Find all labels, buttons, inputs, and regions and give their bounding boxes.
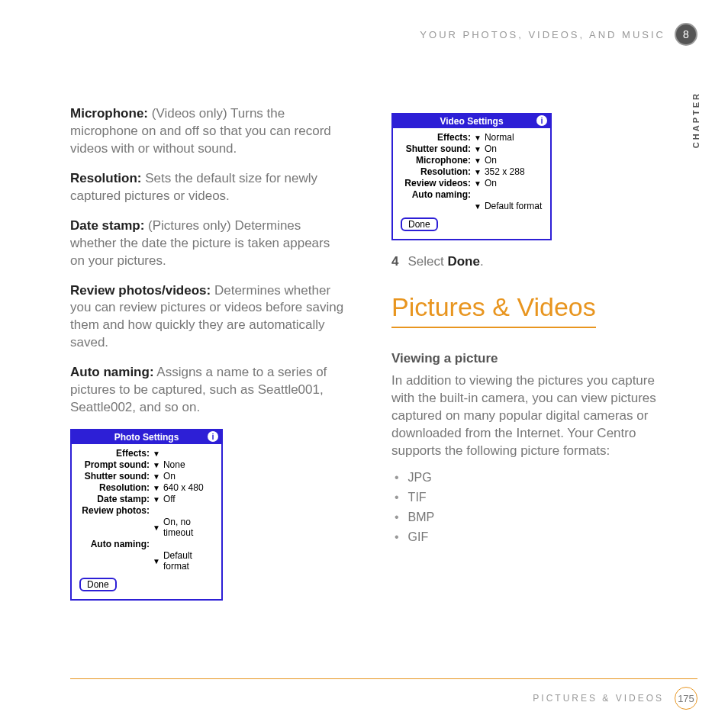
chevron-down-icon: ▼ <box>474 179 482 188</box>
para-auto-naming: Auto naming: Assigns a name to a series … <box>70 364 346 417</box>
row-date-stamp[interactable]: Date stamp:▼Off <box>76 494 217 504</box>
done-button[interactable]: Done <box>79 578 117 591</box>
page-header: YOUR PHOTOS, VIDEOS, AND MUSIC 8 <box>420 23 697 46</box>
content-columns: Microphone: (Videos only) Turns the micr… <box>70 105 667 601</box>
row-effects[interactable]: Effects:▼ <box>76 448 217 459</box>
video-settings-panel: Video Settings i Effects:▼Normal Shutter… <box>391 113 552 240</box>
chevron-down-icon: ▼ <box>474 145 482 153</box>
list-item: TIF <box>395 491 667 504</box>
subheading: Viewing a picture <box>391 351 667 366</box>
para-resolution: Resolution: Sets the default size for ne… <box>70 170 346 205</box>
para-review: Review photos/videos: Determines whether… <box>70 282 346 353</box>
row-v-auto-value[interactable]: ▼Default format <box>398 201 546 211</box>
list-item: JPG <box>395 471 667 485</box>
video-settings-title: Video Settings i <box>393 114 550 128</box>
chevron-down-icon: ▼ <box>474 156 482 165</box>
left-column: Microphone: (Videos only) Turns the micr… <box>70 105 346 601</box>
section-body: In addition to viewing the pictures you … <box>391 372 667 460</box>
right-column: Video Settings i Effects:▼Normal Shutter… <box>391 105 667 601</box>
row-v-shutter[interactable]: Shutter sound:▼On <box>398 143 546 154</box>
page-number: 175 <box>675 687 697 710</box>
row-v-effects[interactable]: Effects:▼Normal <box>398 132 546 143</box>
photo-settings-title: Photo Settings i <box>72 430 221 444</box>
step-number: 4 <box>391 254 398 269</box>
chevron-down-icon: ▼ <box>474 202 482 211</box>
chevron-down-icon: ▼ <box>153 495 160 504</box>
chevron-down-icon: ▼ <box>153 484 160 492</box>
row-review-photos: Review photos: <box>76 505 217 516</box>
info-icon[interactable]: i <box>536 115 547 126</box>
done-button[interactable]: Done <box>401 217 438 231</box>
photo-settings-panel: Photo Settings i Effects:▼ Prompt sound:… <box>70 429 223 601</box>
section-title: Pictures & Videos <box>391 292 596 328</box>
para-date-stamp: Date stamp: (Pictures only) Determines w… <box>70 217 346 270</box>
footer-title: PICTURES & VIDEOS <box>533 693 664 704</box>
row-resolution[interactable]: Resolution:▼640 x 480 <box>76 482 217 493</box>
chevron-down-icon: ▼ <box>153 523 160 532</box>
header-title: YOUR PHOTOS, VIDEOS, AND MUSIC <box>420 29 665 40</box>
row-auto-naming: Auto naming: <box>76 539 217 549</box>
chevron-down-icon: ▼ <box>474 168 482 176</box>
row-shutter[interactable]: Shutter sound:▼On <box>76 471 217 482</box>
row-prompt-sound[interactable]: Prompt sound:▼None <box>76 459 217 470</box>
row-review-value[interactable]: ▼On, no timeout <box>76 517 217 538</box>
step-4: 4 Select Done. <box>391 254 667 269</box>
row-v-mic[interactable]: Microphone:▼On <box>398 155 546 166</box>
row-v-res[interactable]: Resolution:▼352 x 288 <box>398 166 546 177</box>
row-auto-value[interactable]: ▼Default format <box>76 550 217 572</box>
list-item: GIF <box>395 530 667 544</box>
page-footer: PICTURES & VIDEOS 175 <box>70 678 697 710</box>
chevron-down-icon: ▼ <box>153 557 160 565</box>
para-microphone: Microphone: (Videos only) Turns the micr… <box>70 105 346 158</box>
chapter-badge: 8 <box>675 23 697 46</box>
chevron-down-icon: ▼ <box>153 472 160 481</box>
row-v-review[interactable]: Review videos:▼On <box>398 178 546 188</box>
list-item: BMP <box>395 511 667 524</box>
info-icon[interactable]: i <box>208 431 218 442</box>
chevron-down-icon: ▼ <box>153 449 160 458</box>
chapter-side-label: CHAPTER <box>691 92 701 148</box>
formats-list: JPG TIF BMP GIF <box>391 471 667 544</box>
row-v-auto: Auto naming: <box>398 189 546 200</box>
chevron-down-icon: ▼ <box>153 461 160 469</box>
chevron-down-icon: ▼ <box>474 134 482 142</box>
